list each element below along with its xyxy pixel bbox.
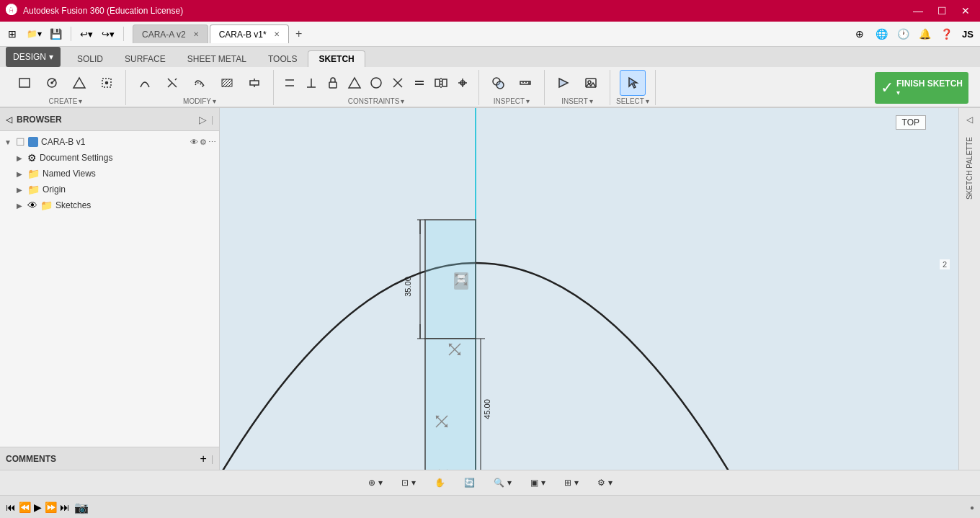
help-icon[interactable]: ❓ — [937, 24, 956, 43]
mirror-constraint[interactable] — [431, 73, 451, 93]
lock-constraint[interactable] — [323, 73, 343, 93]
cross-constraint[interactable] — [388, 73, 408, 93]
view-cube-top[interactable]: TOP — [896, 115, 926, 130]
display-mode-btn[interactable]: ⊡ ▾ — [395, 475, 422, 491]
tree-item-root[interactable]: ▼ ☐ CARA-B v1 👁 ⚙ ⋯ — [0, 134, 219, 150]
ribbon-group-modify: MODIFY ▾ — [126, 70, 274, 105]
constraints-label[interactable]: CONSTRAINTS ▾ — [348, 97, 405, 105]
grid-btn[interactable]: ⊞ ▾ — [558, 475, 585, 491]
root-menu-icon[interactable]: ⋯ — [208, 138, 216, 147]
equal-constraint[interactable] — [409, 73, 429, 93]
fix-constraint[interactable] — [453, 73, 473, 93]
ruler-tool[interactable] — [512, 70, 538, 96]
design-dropdown[interactable]: DESIGN ▾ — [6, 47, 61, 67]
circle-center-tool[interactable] — [39, 70, 65, 96]
skip-start-btn[interactable]: ⏮ — [6, 501, 16, 513]
pan-icon: ✋ — [435, 478, 445, 488]
point-tool[interactable] — [94, 70, 120, 96]
parallel-constraint[interactable] — [280, 73, 300, 93]
file-menu-icon[interactable]: 📁▾ — [24, 24, 43, 43]
app-logo-icon: 🅐 — [6, 4, 17, 17]
triangle-tool[interactable] — [66, 70, 92, 96]
root-actions: 👁 ⚙ ⋯ — [190, 138, 216, 147]
close-button[interactable]: ✕ — [957, 4, 974, 18]
minimize-button[interactable]: — — [909, 4, 927, 18]
sketch-palette-label[interactable]: SKETCH PALETTE — [966, 131, 974, 205]
measure-tool[interactable] — [485, 70, 511, 96]
design-arrow-icon: ▾ — [49, 52, 53, 62]
globe-icon[interactable]: 🌐 — [872, 24, 891, 43]
triangle-constraint[interactable] — [344, 73, 365, 93]
tab-cara-b-close[interactable]: ✕ — [274, 30, 280, 38]
bell-icon[interactable]: 🔔 — [915, 24, 934, 43]
play-btn[interactable]: ▶ — [34, 501, 42, 513]
sidebar-collapse-btn[interactable]: ▷ — [199, 114, 207, 125]
create-label[interactable]: CREATE ▾ — [49, 97, 83, 105]
insert-tools — [551, 70, 604, 96]
insert-arrow-tool[interactable] — [551, 70, 576, 96]
create-tools — [12, 70, 120, 96]
orbit-btn[interactable]: 🔄 — [458, 475, 481, 491]
display-icon: ▣ — [530, 478, 538, 488]
next-btn[interactable]: ⏩ — [45, 501, 57, 513]
tree-item-sketches[interactable]: ▶ 👁 📁 Sketches — [12, 197, 219, 213]
user-icon[interactable]: JS — [958, 24, 977, 43]
tab-cara-a[interactable]: CARA-A v2 ✕ — [133, 24, 208, 43]
ribbon-tab-solid[interactable]: SOLID — [66, 50, 114, 67]
svg-point-6 — [106, 82, 108, 84]
collapse-left-icon[interactable]: ◁ — [6, 115, 12, 125]
navigate-btn[interactable]: ⊕ ▾ — [362, 475, 389, 491]
rectangle-tool[interactable] — [12, 70, 37, 96]
offset-tool[interactable] — [187, 70, 213, 96]
tab-cara-a-close[interactable]: ✕ — [193, 30, 199, 38]
pan-btn[interactable]: ✋ — [428, 475, 452, 491]
trim2-tool[interactable] — [241, 70, 267, 96]
sketches-eye-icon[interactable]: 👁 — [27, 200, 37, 211]
new-tab-button[interactable]: + — [290, 25, 308, 43]
finish-sketch-button[interactable]: ✓ FINISH SKETCH ▾ — [875, 72, 968, 104]
arc-tool[interactable] — [132, 70, 158, 96]
root-settings-icon[interactable]: ⚙ — [200, 138, 207, 147]
comments-add-icon[interactable]: + — [200, 452, 207, 465]
grid-menu-icon[interactable]: ⊞ — [3, 24, 22, 43]
svg-rect-16 — [250, 81, 259, 85]
insert-image-tool[interactable] — [578, 70, 604, 96]
undo-icon[interactable]: ↩▾ — [77, 24, 96, 43]
panel-collapse-btn[interactable]: ◁ — [960, 110, 980, 130]
svg-marker-42 — [559, 79, 568, 87]
caliper-slot2 — [458, 280, 465, 282]
root-eye-icon[interactable]: 👁 — [190, 138, 198, 147]
camera-btn[interactable]: 📷 — [74, 501, 89, 514]
tab-cara-b[interactable]: CARA-B v1* ✕ — [210, 24, 289, 43]
save-icon[interactable]: 💾 — [46, 24, 65, 43]
tree-item-document-settings[interactable]: ▶ ⚙ Document Settings — [12, 150, 219, 166]
inspect-label[interactable]: INSPECT ▾ — [494, 97, 530, 105]
circle-constraint[interactable] — [366, 73, 386, 93]
tree-item-origin[interactable]: ▶ 📁 Origin — [12, 182, 219, 197]
modify-label[interactable]: MODIFY ▾ — [183, 97, 216, 105]
redo-icon[interactable]: ↪▾ — [99, 24, 117, 43]
ribbon-tab-tools[interactable]: TOOLS — [257, 50, 308, 67]
ribbon-tab-sketch[interactable]: SKETCH — [308, 50, 365, 67]
insert-label[interactable]: INSERT ▾ — [561, 97, 593, 105]
add-tab-icon[interactable]: ⊕ — [850, 24, 869, 43]
clock-icon[interactable]: 🕐 — [894, 24, 912, 43]
trim-tool[interactable] — [159, 70, 185, 96]
skip-end-btn[interactable]: ⏭ — [60, 501, 70, 513]
zoom-btn[interactable]: 🔍 ▾ — [487, 475, 518, 491]
ribbon-tab-sheet-metal[interactable]: SHEET METAL — [177, 50, 257, 67]
hatch-tool[interactable] — [214, 70, 240, 96]
modify-arrow-icon: ▾ — [213, 97, 216, 105]
toolbar-separator-1 — [71, 27, 71, 41]
tree-item-named-views[interactable]: ▶ 📁 Named Views — [12, 166, 219, 182]
canvas[interactable]: 35.00 45.00 9.00 125 — [220, 108, 958, 470]
maximize-button[interactable]: ☐ — [933, 4, 951, 18]
perpendicular-constraint[interactable] — [301, 73, 321, 93]
settings-btn[interactable]: ⚙ ▾ — [591, 475, 619, 491]
ribbon-tab-surface[interactable]: SURFACE — [114, 50, 177, 67]
navigate-arrow: ▾ — [378, 478, 383, 488]
select-tool[interactable] — [620, 70, 646, 96]
display-btn[interactable]: ▣ ▾ — [524, 475, 552, 491]
prev-btn[interactable]: ⏪ — [19, 501, 31, 513]
select-label[interactable]: SELECT ▾ — [616, 97, 649, 105]
